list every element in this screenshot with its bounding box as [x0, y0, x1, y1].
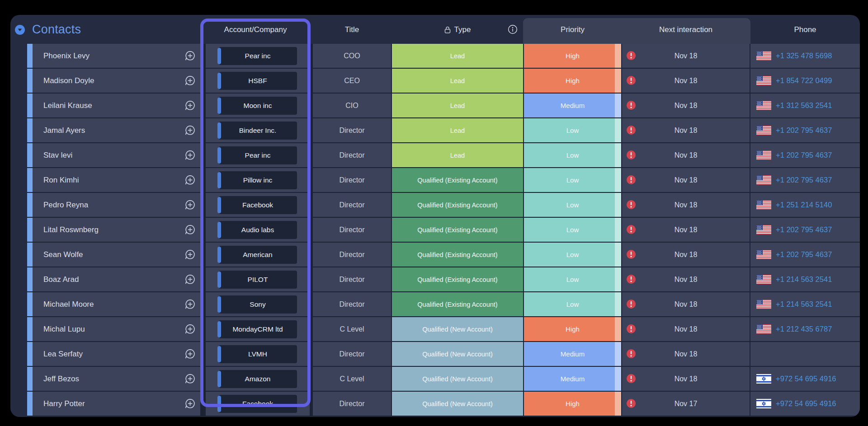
next-interaction-cell[interactable]: Nov 18	[622, 267, 750, 291]
contact-name-cell[interactable]: Boaz Arad	[27, 267, 200, 291]
phone-cell[interactable]: +1 202 795 4637	[750, 218, 860, 242]
priority-cell[interactable]: Low	[524, 243, 621, 267]
type-cell[interactable]: Qualified (New Account)	[392, 317, 523, 341]
phone-number[interactable]: +1 202 795 4637	[776, 176, 832, 184]
priority-cell[interactable]: High	[524, 69, 621, 93]
next-interaction-cell[interactable]: Nov 18	[622, 118, 750, 142]
next-interaction-cell[interactable]: Nov 17	[622, 392, 750, 416]
phone-cell[interactable]: +1 202 795 4637	[750, 143, 860, 167]
phone-cell[interactable]: +972 54 695 4916	[750, 367, 860, 391]
contact-name-cell[interactable]: Harry Potter	[27, 392, 200, 416]
title-cell[interactable]: Director	[313, 218, 391, 242]
phone-number[interactable]: +1 202 795 4637	[776, 151, 832, 159]
next-interaction-cell[interactable]: Nov 18	[622, 317, 750, 341]
phone-cell[interactable]: +1 212 435 6787	[750, 317, 860, 341]
phone-number[interactable]: +1 251 214 5140	[776, 201, 832, 209]
type-cell[interactable]: Qualified (Existing Account)	[392, 193, 523, 217]
add-conversation-icon[interactable]	[184, 149, 196, 161]
add-conversation-icon[interactable]	[184, 373, 196, 385]
priority-cell[interactable]: Low	[524, 168, 621, 192]
type-cell[interactable]: Lead	[392, 44, 523, 68]
phone-number[interactable]: +1 214 563 2541	[776, 300, 832, 309]
phone-cell[interactable]: +1 202 795 4637	[750, 243, 860, 267]
next-interaction-cell[interactable]: Nov 18	[622, 94, 750, 117]
title-cell[interactable]: C Level	[313, 367, 391, 391]
title-cell[interactable]: Director	[313, 118, 391, 142]
column-header-next-interaction[interactable]: Next interaction	[622, 25, 750, 34]
phone-cell[interactable]: +1 202 795 4637	[750, 118, 860, 142]
type-cell[interactable]: Qualified (Existing Account)	[392, 218, 523, 242]
phone-cell[interactable]: +1 202 795 4637	[750, 168, 860, 192]
add-conversation-icon[interactable]	[184, 199, 196, 211]
column-header-phone[interactable]: Phone	[750, 25, 860, 34]
phone-number[interactable]: +1 202 795 4637	[776, 126, 832, 135]
contact-name-cell[interactable]: Pedro Reyna	[27, 193, 200, 217]
contact-name-cell[interactable]: Jamal Ayers	[27, 118, 200, 142]
next-interaction-cell[interactable]: Nov 18	[622, 69, 750, 93]
phone-cell[interactable]: +1 214 563 2541	[750, 267, 860, 291]
next-interaction-cell[interactable]: Nov 18	[622, 292, 750, 316]
title-cell[interactable]: Director	[313, 342, 391, 366]
contact-name-cell[interactable]: Lital Roswnberg	[27, 218, 200, 242]
add-conversation-icon[interactable]	[184, 174, 196, 186]
add-conversation-icon[interactable]	[184, 224, 196, 236]
title-cell[interactable]: Director	[313, 243, 391, 267]
info-icon[interactable]	[508, 24, 518, 34]
priority-cell[interactable]: Medium	[524, 367, 621, 391]
type-cell[interactable]: Qualified (Existing Account)	[392, 292, 523, 316]
priority-cell[interactable]: Low	[524, 267, 621, 291]
phone-cell[interactable]: +1 325 478 5698	[750, 44, 860, 68]
phone-number[interactable]: +972 54 695 4916	[776, 399, 836, 408]
contact-name-cell[interactable]: Lea Serfaty	[27, 342, 200, 366]
add-conversation-icon[interactable]	[184, 298, 196, 310]
contact-name-cell[interactable]: Jeff Bezos	[27, 367, 200, 391]
title-cell[interactable]: Director	[313, 267, 391, 291]
title-cell[interactable]: COO	[313, 44, 391, 68]
column-header-title[interactable]: Title	[313, 25, 391, 34]
add-conversation-icon[interactable]	[184, 273, 196, 286]
next-interaction-cell[interactable]: Nov 18	[622, 367, 750, 391]
next-interaction-cell[interactable]: Nov 18	[622, 218, 750, 242]
type-cell[interactable]: Lead	[392, 94, 523, 117]
phone-number[interactable]: +1 214 563 2541	[776, 275, 832, 284]
title-cell[interactable]: Director	[313, 292, 391, 316]
add-conversation-icon[interactable]	[184, 99, 196, 112]
group-title[interactable]: Contacts	[32, 23, 81, 37]
type-cell[interactable]: Lead	[392, 69, 523, 93]
priority-cell[interactable]: Medium	[524, 94, 621, 117]
phone-number[interactable]: +972 54 695 4916	[776, 375, 836, 383]
type-cell[interactable]: Qualified (Existing Account)	[392, 243, 523, 267]
column-header-type[interactable]: Type	[392, 25, 523, 34]
title-cell[interactable]: Director	[313, 143, 391, 167]
contact-name-cell[interactable]: Sean Wolfe	[27, 243, 200, 267]
phone-number[interactable]: +1 854 722 0499	[776, 76, 832, 85]
contact-name-cell[interactable]: Michael Moore	[27, 292, 200, 316]
next-interaction-cell[interactable]: Nov 18	[622, 243, 750, 267]
priority-cell[interactable]: High	[524, 44, 621, 68]
next-interaction-cell[interactable]: Nov 18	[622, 193, 750, 217]
add-conversation-icon[interactable]	[184, 348, 196, 360]
type-cell[interactable]: Qualified (New Account)	[392, 342, 523, 366]
title-cell[interactable]: Director	[313, 168, 391, 192]
add-conversation-icon[interactable]	[184, 323, 196, 335]
priority-cell[interactable]: High	[524, 392, 621, 416]
priority-cell[interactable]: Medium	[524, 342, 621, 366]
type-cell[interactable]: Qualified (New Account)	[392, 367, 523, 391]
title-cell[interactable]: CIO	[313, 94, 391, 117]
priority-cell[interactable]: Low	[524, 143, 621, 167]
contact-name-cell[interactable]: Leilani Krause	[27, 94, 200, 117]
contact-name-cell[interactable]: Stav levi	[27, 143, 200, 167]
title-cell[interactable]: C Level	[313, 317, 391, 341]
phone-cell[interactable]: +1 214 563 2541	[750, 292, 860, 316]
type-cell[interactable]: Qualified (Existing Account)	[392, 168, 523, 192]
phone-number[interactable]: +1 212 435 6787	[776, 325, 832, 333]
phone-cell[interactable]: +972 54 695 4916	[750, 392, 860, 416]
phone-cell[interactable]	[750, 342, 860, 366]
add-conversation-icon[interactable]	[184, 124, 196, 136]
add-conversation-icon[interactable]	[184, 398, 196, 410]
phone-number[interactable]: +1 202 795 4637	[776, 250, 832, 259]
add-conversation-icon[interactable]	[184, 75, 196, 87]
add-conversation-icon[interactable]	[184, 50, 196, 62]
column-header-priority[interactable]: Priority	[524, 25, 621, 34]
phone-number[interactable]: +1 325 478 5698	[776, 51, 832, 60]
